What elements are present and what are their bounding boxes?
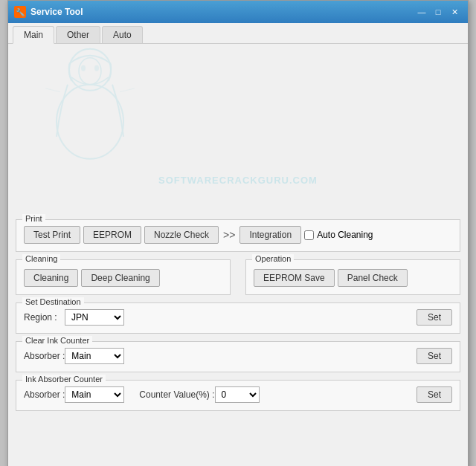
print-group-label: Print: [22, 214, 45, 223]
title-bar: 🔧 Service Tool — □ ✕: [8, 1, 468, 23]
clear-ink-counter-label: Clear Ink Counter: [22, 336, 92, 345]
operation-group: Operation EEPROM Save Panel Check: [245, 259, 460, 295]
deep-cleaning-button[interactable]: Deep Cleaning: [81, 269, 159, 287]
tab-main[interactable]: Main: [13, 26, 54, 44]
clear-ink-counter-row: Absorber : Main Sub Set: [24, 348, 452, 364]
double-arrow-icon: >>: [222, 229, 237, 241]
operation-group-label: Operation: [252, 254, 294, 263]
set-destination-group: Set Destination Region : JPN USA EUR Set: [16, 302, 460, 334]
eeprom-button[interactable]: EEPROM: [83, 226, 141, 244]
eeprom-save-button[interactable]: EEPROM Save: [254, 269, 335, 287]
svg-point-3: [81, 65, 86, 71]
cleaning-group: Cleaning Cleaning Deep Cleaning: [16, 259, 231, 295]
panel-check-button[interactable]: Panel Check: [338, 269, 408, 287]
ink-absorber-counter-group: Ink Absorber Counter Absorber : Main Sub…: [16, 380, 460, 411]
print-group: Print Test Print EEPROM Nozzle Check >> …: [16, 219, 460, 252]
main-content: SOFTWARECRACKGURU.COM Print Test Print E…: [8, 44, 468, 466]
print-buttons-row: Test Print EEPROM Nozzle Check >> Integr…: [24, 226, 452, 244]
cleaning-operation-row: Cleaning Cleaning Deep Cleaning Operatio…: [16, 259, 460, 295]
app-icon: 🔧: [14, 6, 26, 18]
cleaning-buttons-row: Cleaning Deep Cleaning: [24, 269, 222, 287]
close-button[interactable]: ✕: [447, 5, 462, 19]
cleaning-group-label: Cleaning: [22, 254, 60, 263]
set-destination-row: Region : JPN USA EUR Set: [24, 309, 452, 326]
title-buttons: — □ ✕: [414, 5, 462, 19]
clear-absorber-select[interactable]: Main Sub: [65, 348, 124, 364]
counter-value-select[interactable]: 0 10 20 30 50 75 100: [215, 386, 260, 403]
maximize-button[interactable]: □: [431, 5, 446, 19]
set-destination-label: Set Destination: [22, 297, 84, 306]
counter-value-label: Counter Value(%) :: [139, 389, 214, 400]
svg-line-6: [120, 88, 135, 92]
auto-cleaning-checkbox[interactable]: [304, 230, 314, 240]
watermark-text: SOFTWARECRACKGURU.COM: [16, 175, 460, 186]
minimize-button[interactable]: —: [414, 5, 429, 19]
clear-ink-set-button[interactable]: Set: [416, 348, 452, 364]
ink-absorber-counter-label: Ink Absorber Counter: [22, 375, 106, 384]
svg-point-2: [79, 58, 101, 85]
tab-other[interactable]: Other: [56, 26, 100, 43]
window-title: Service Tool: [30, 7, 83, 17]
auto-cleaning-label: Auto Cleaning: [317, 230, 373, 240]
svg-point-1: [57, 85, 123, 159]
clear-absorber-label: Absorber :: [24, 351, 65, 361]
clear-ink-counter-group: Clear Ink Counter Absorber : Main Sub Se…: [16, 341, 460, 372]
cleaning-button[interactable]: Cleaning: [24, 269, 78, 287]
operation-buttons-row: EEPROM Save Panel Check: [254, 269, 452, 287]
ink-absorber-counter-row: Absorber : Main Sub Counter Value(%) : 0…: [24, 386, 452, 403]
integration-button[interactable]: Integration: [239, 226, 301, 244]
tab-auto[interactable]: Auto: [102, 26, 143, 43]
test-print-button[interactable]: Test Print: [24, 226, 80, 244]
nozzle-check-button[interactable]: Nozzle Check: [144, 226, 219, 244]
region-label: Region :: [24, 312, 65, 323]
bottom-spacer: [16, 418, 460, 466]
svg-point-0: [69, 49, 111, 91]
absorber-label: Absorber :: [24, 389, 65, 400]
auto-cleaning-checkbox-row: Auto Cleaning: [304, 230, 373, 240]
absorber-select[interactable]: Main Sub: [65, 386, 124, 403]
svg-point-4: [94, 65, 99, 71]
title-bar-left: 🔧 Service Tool: [14, 6, 83, 18]
region-select[interactable]: JPN USA EUR: [65, 309, 124, 326]
ink-absorber-set-button[interactable]: Set: [416, 386, 452, 403]
app-window: 🔧 Service Tool — □ ✕ Main Other Auto: [7, 0, 469, 466]
tab-bar: Main Other Auto: [8, 23, 468, 44]
svg-line-5: [45, 88, 60, 92]
set-destination-set-button[interactable]: Set: [416, 309, 452, 326]
